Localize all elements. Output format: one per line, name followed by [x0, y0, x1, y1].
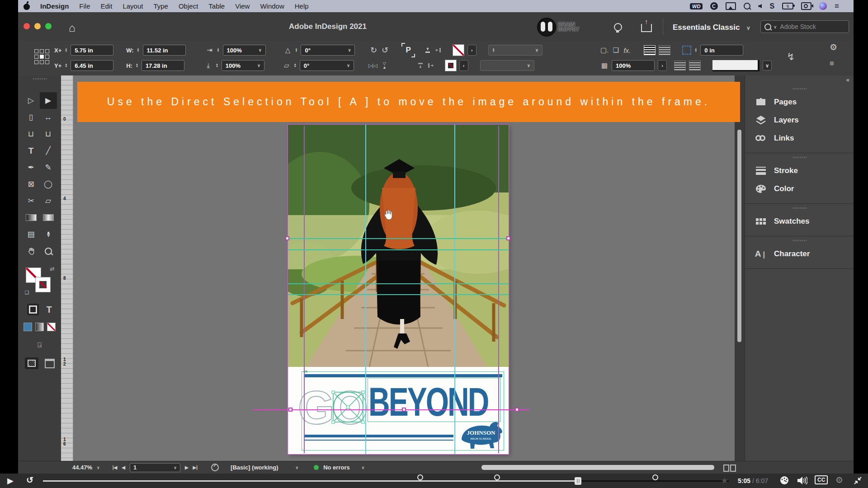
height-field[interactable]: 17.28 in [142, 60, 184, 71]
home-icon[interactable]: ⌂ [69, 21, 75, 34]
opacity-flyout-button[interactable]: › [658, 60, 667, 71]
corner-options-icon[interactable]: ▢. [600, 46, 609, 54]
menu-file[interactable]: File [79, 2, 90, 10]
menu-type[interactable]: Type [153, 2, 168, 10]
panel-grip[interactable] [793, 157, 807, 158]
closed-captions-button[interactable]: CC [815, 475, 828, 484]
drop-shadow-icon[interactable]: ❏ [612, 46, 620, 54]
stepper[interactable]: ▲▼ [136, 63, 138, 68]
spotlight-search-icon[interactable] [744, 3, 750, 9]
playback-speed-icon[interactable] [779, 475, 789, 487]
panel-grip[interactable] [33, 78, 47, 80]
apply-none-button[interactable] [47, 323, 56, 331]
stroke-flyout-button[interactable]: › [459, 60, 468, 71]
next-page-button[interactable]: ▶ [185, 465, 189, 470]
content-collector-tool[interactable]: ⊔ [23, 126, 40, 142]
default-fill-stroke-icon[interactable]: ❏ [25, 290, 29, 296]
corner-radius-field[interactable]: 0 in [700, 45, 743, 56]
ruler-guide[interactable] [288, 283, 509, 284]
selection-handle[interactable] [506, 236, 510, 240]
vertical-ruler[interactable]: 0 4 8 12 16 [61, 75, 73, 461]
stroke-swatch-none[interactable] [36, 277, 50, 292]
play-button[interactable]: ▶ [7, 476, 14, 486]
shear-field[interactable]: 0°∨ [300, 60, 354, 71]
panel-tab-stroke[interactable]: Stroke [745, 162, 854, 180]
effects-fx-icon[interactable]: fx. [623, 47, 631, 54]
exit-fullscreen-icon[interactable] [854, 476, 862, 487]
settings-gear-icon[interactable]: ⚙ [835, 475, 843, 485]
menu-view[interactable]: View [235, 2, 250, 10]
stepper[interactable]: ▲▼ [295, 48, 298, 52]
panel-gear-icon[interactable]: ⚙ [830, 42, 837, 52]
zoom-level[interactable]: 44.47% [72, 464, 92, 471]
fill-none-swatch[interactable] [453, 44, 464, 56]
preflight-gauge-icon[interactable] [211, 464, 219, 471]
graduate-photo[interactable] [288, 125, 509, 367]
selection-handle[interactable] [285, 236, 289, 240]
formatting-affects-text-button[interactable]: T [46, 305, 52, 315]
menu-edit[interactable]: Edit [101, 2, 113, 10]
stroke-none-swatch[interactable] [445, 60, 456, 71]
stepper[interactable]: ▲▼ [216, 63, 218, 68]
control-center-icon[interactable]: ≡ [835, 2, 839, 11]
swap-fill-stroke-icon[interactable]: ⇄ [50, 266, 54, 272]
zoom-tool[interactable] [40, 243, 57, 259]
panel-tab-pages[interactable]: Pages [745, 93, 854, 111]
rotate-cw-icon[interactable]: ↻ [369, 45, 377, 55]
selection-handle[interactable] [288, 408, 292, 412]
content-placer-tool[interactable]: ⊔ [40, 126, 57, 142]
flip-vertical-icon[interactable]: ▽▲ [381, 62, 389, 69]
chapter-marker[interactable] [494, 474, 500, 480]
workspace-switcher[interactable]: Essentials Classic ∨ [673, 23, 750, 32]
stepper[interactable]: ▲▼ [217, 48, 220, 52]
eyedropper-tool[interactable]: ✒ [40, 226, 57, 243]
panel-tab-color[interactable]: Color [745, 180, 854, 198]
wrap-jump-to-next-column-icon[interactable] [689, 61, 701, 70]
scrubber-handle[interactable] [575, 477, 581, 485]
apply-color-button[interactable] [24, 323, 32, 331]
x-position-field[interactable]: 5.75 in [71, 45, 113, 56]
opacity-field[interactable]: 100% [612, 60, 655, 71]
panel-tab-links[interactable]: Links [745, 129, 854, 147]
free-transform-tool[interactable]: ▱ [40, 192, 57, 209]
wrap-jump-object-icon[interactable] [674, 61, 686, 70]
first-page-button[interactable]: |◀ [113, 465, 118, 470]
formatting-affects-container-button[interactable] [27, 304, 39, 315]
wrap-around-bounding-box-icon[interactable] [659, 45, 670, 55]
direct-selection-tool[interactable]: ▶ [40, 92, 57, 109]
rotation-field[interactable]: 0°∨ [301, 45, 355, 56]
menu-indesign[interactable]: InDesign [40, 2, 69, 10]
center-content-icon[interactable] [417, 62, 424, 69]
page-tool[interactable]: ▯ [23, 109, 40, 126]
siri-icon[interactable] [819, 2, 827, 10]
minimize-window-button[interactable] [34, 23, 41, 29]
zoom-window-button[interactable] [45, 23, 52, 29]
fit-content-to-frame-icon[interactable] [434, 47, 442, 54]
fill-flyout-button[interactable]: › [467, 45, 476, 56]
fit-frame-to-content-icon[interactable] [424, 47, 431, 54]
menu-object[interactable]: Object [179, 2, 198, 10]
screen-mode-normal-button[interactable] [25, 357, 38, 369]
column-guide[interactable] [365, 125, 366, 454]
document-page[interactable]: ∞ GO BEYOND [288, 125, 509, 454]
panel-grip[interactable] [793, 240, 807, 241]
width-field[interactable]: 11.52 in [143, 45, 186, 56]
menu-table[interactable]: Table [208, 2, 225, 10]
wd-badge-icon[interactable]: WD [690, 3, 703, 9]
video-progress-track[interactable] [43, 480, 729, 482]
pen-tool[interactable]: ✒ [23, 159, 40, 176]
scissors-tool[interactable]: ✂ [23, 192, 40, 209]
menu-window[interactable]: Window [260, 2, 284, 10]
go-beyond-logo[interactable]: ∞ GO BEYOND [288, 367, 509, 454]
stroke-type-dropdown[interactable]: ∨ [480, 60, 534, 71]
stepper[interactable]: ▲▼ [65, 48, 67, 52]
view-options-icon[interactable]: ⍈ [33, 341, 47, 349]
pencil-tool[interactable]: ✎ [40, 159, 57, 176]
learn-lightbulb-icon[interactable] [614, 23, 622, 31]
gradient-feather-tool[interactable] [40, 209, 57, 226]
stroke-style-preview[interactable] [712, 60, 760, 71]
panel-menu-icon[interactable]: ≡ [830, 59, 834, 68]
ruler-guide[interactable] [288, 249, 509, 250]
column-guide[interactable] [454, 125, 455, 454]
search-input[interactable] [779, 23, 835, 31]
